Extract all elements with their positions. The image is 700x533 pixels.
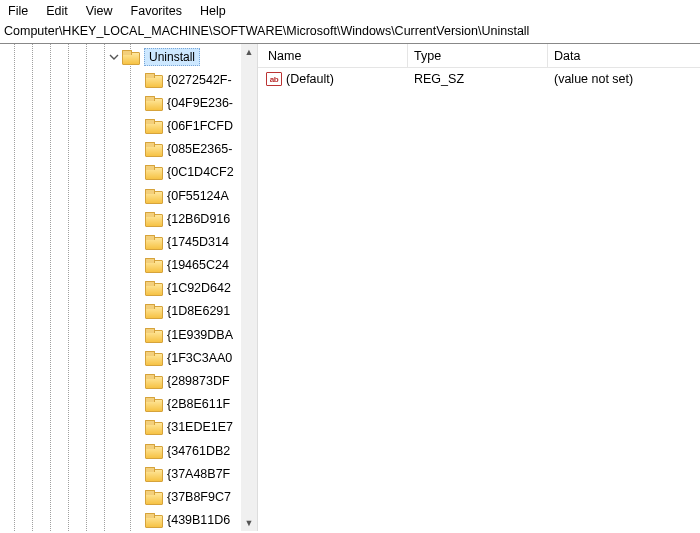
workspace: Uninstall {0272542F-{04F9E236-{06F1FCFD{… <box>0 44 700 531</box>
tree-pane: Uninstall {0272542F-{04F9E236-{06F1FCFD{… <box>0 44 258 531</box>
folder-icon <box>145 489 163 505</box>
value-name: (Default) <box>286 72 334 86</box>
list-row[interactable]: ab(Default)REG_SZ(value not set) <box>258 68 700 90</box>
folder-icon <box>145 419 163 435</box>
tree-item-label: {1745D314 <box>167 235 229 249</box>
menu-file[interactable]: File <box>8 4 28 18</box>
tree-item-selected[interactable]: Uninstall <box>0 46 257 68</box>
tree-item-label: {1D8E6291 <box>167 304 230 318</box>
tree-item-label: {37B8F9C7 <box>167 490 231 504</box>
registry-tree[interactable]: Uninstall {0272542F-{04F9E236-{06F1FCFD{… <box>0 44 257 531</box>
folder-icon <box>145 257 163 273</box>
folder-icon <box>145 466 163 482</box>
folder-icon <box>145 188 163 204</box>
tree-item-label: {31EDE1E7 <box>167 420 233 434</box>
column-header-name[interactable]: Name <box>258 44 408 67</box>
scroll-down-icon[interactable]: ▼ <box>241 515 257 531</box>
folder-icon <box>145 280 163 296</box>
folder-icon <box>122 49 140 65</box>
tree-item-label: {0272542F- <box>167 73 232 87</box>
menu-help[interactable]: Help <box>200 4 226 18</box>
folder-icon <box>145 512 163 528</box>
folder-icon <box>145 327 163 343</box>
tree-item-label: {1C92D642 <box>167 281 231 295</box>
menu-favorites[interactable]: Favorites <box>131 4 182 18</box>
chevron-down-icon[interactable] <box>108 51 120 63</box>
list-header: Name Type Data <box>258 44 700 68</box>
value-type: REG_SZ <box>408 72 548 86</box>
tree-item-label: {1E939DBA <box>167 328 233 342</box>
tree-children: {0272542F-{04F9E236-{06F1FCFD{085E2365-{… <box>0 68 257 531</box>
tree-scrollbar[interactable]: ▲ ▼ <box>241 44 257 531</box>
tree-item-label: {439B11D6 <box>167 513 230 527</box>
tree-item-label: {0F55124A <box>167 189 229 203</box>
folder-icon <box>145 141 163 157</box>
menu-bar: File Edit View Favorites Help <box>0 0 700 22</box>
folder-icon <box>145 164 163 180</box>
address-path: Computer\HKEY_LOCAL_MACHINE\SOFTWARE\Mic… <box>4 24 529 38</box>
tree-item-label: {19465C24 <box>167 258 229 272</box>
folder-icon <box>145 95 163 111</box>
folder-icon <box>145 234 163 250</box>
values-pane: Name Type Data ab(Default)REG_SZ(value n… <box>258 44 700 531</box>
tree-item-label: {37A48B7F <box>167 467 230 481</box>
folder-icon <box>145 350 163 366</box>
column-header-type[interactable]: Type <box>408 44 548 67</box>
tree-item-label: Uninstall <box>144 48 200 66</box>
folder-icon <box>145 443 163 459</box>
folder-icon <box>145 118 163 134</box>
tree-item-label: {34761DB2 <box>167 444 230 458</box>
tree-item-label: {12B6D916 <box>167 212 230 226</box>
folder-icon <box>145 72 163 88</box>
tree-item-label: {04F9E236- <box>167 96 233 110</box>
menu-view[interactable]: View <box>86 4 113 18</box>
tree-item-label: {085E2365- <box>167 142 232 156</box>
tree-item-label: {289873DF <box>167 374 230 388</box>
address-bar[interactable]: Computer\HKEY_LOCAL_MACHINE\SOFTWARE\Mic… <box>0 22 700 44</box>
list-body: ab(Default)REG_SZ(value not set) <box>258 68 700 90</box>
folder-icon <box>145 211 163 227</box>
value-data: (value not set) <box>548 72 700 86</box>
string-value-icon: ab <box>266 72 282 86</box>
tree-item-label: {2B8E611F <box>167 397 230 411</box>
menu-edit[interactable]: Edit <box>46 4 68 18</box>
tree-item-label: {0C1D4CF2 <box>167 165 234 179</box>
tree-item-label: {06F1FCFD <box>167 119 233 133</box>
folder-icon <box>145 373 163 389</box>
folder-icon <box>145 303 163 319</box>
folder-icon <box>145 396 163 412</box>
scroll-up-icon[interactable]: ▲ <box>241 44 257 60</box>
column-header-data[interactable]: Data <box>548 44 700 67</box>
tree-item-label: {1F3C3AA0 <box>167 351 232 365</box>
